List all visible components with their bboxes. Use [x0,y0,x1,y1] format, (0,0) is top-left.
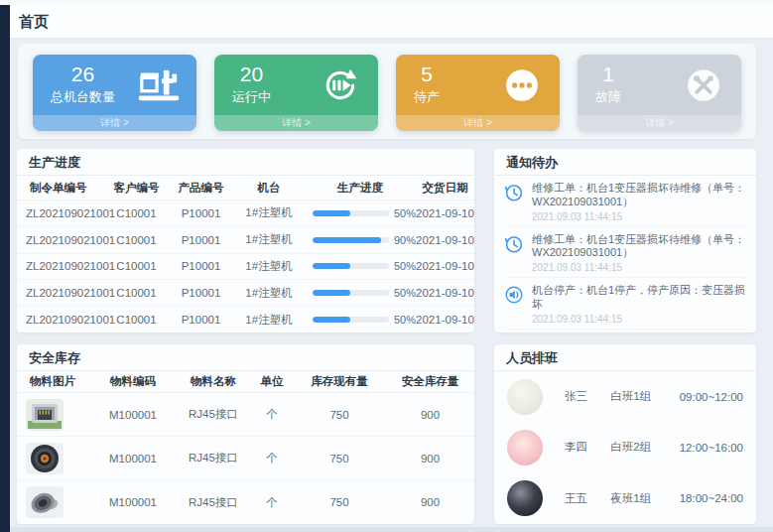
material-image-cell [17,486,90,518]
progress-bar [313,237,389,243]
round-speaker-image [26,443,64,474]
safety-stock-cell: 900 [386,409,474,421]
safety-stock-cell: 900 [386,496,474,508]
schedule-list: 张三白班1组09:00~12:00李四白班2组12:00~16:00王五夜班1组… [494,371,756,524]
worker-name: 王五 [565,491,610,506]
stat-card-running[interactable]: 20运行中详情 > [214,55,378,131]
cone-speaker-image [26,486,64,518]
progress-bar [313,263,389,269]
stat-card-detail-link[interactable]: 详情 > [33,115,196,131]
production-row: ZL202109021001C10001P100011#注塑机50%2021-0… [17,307,474,332]
inventory-panel: 安全库存 物料图片物料编码物料名称单位库存现有量安全库存量 M100001RJ4… [17,344,474,524]
production-panel: 生产进度 制令单编号客户编号产品编号机台生产进度交货日期 ZL202109021… [17,149,474,332]
order-no-cell: ZL202109021001 [17,260,104,272]
progress-bar [313,210,389,216]
fault-icon [682,66,725,104]
stat-card-pending[interactable]: 5待产详情 > [396,55,560,131]
notification-time: 2021.09.03 11:44:15 [532,211,746,222]
notification-body: 机台停产：机台1停产，停产原因：变压器损坏2021.09.03 11:44:15 [532,284,746,325]
progress-percent: 50% [394,314,416,326]
rj45-connector-image [26,399,64,431]
stat-card-label: 总机台数量 [51,88,115,106]
stat-card-detail-link[interactable]: 详情 > [578,115,741,131]
stat-card-value: 5 [414,64,440,85]
stat-card-body: 1故障 [578,55,741,115]
stat-card-total-machines[interactable]: 26总机台数量详情 > [33,55,196,131]
delivery-date-cell: 2021-09-10 [416,234,474,246]
stat-card-value: 1 [595,64,621,85]
order-no-cell: ZL202109021001 [17,207,104,219]
progress-percent: 50% [394,207,416,219]
notifications-list: 维修工单：机台1变压器损坏待维修（单号：WX202109031001）2021.… [494,176,756,332]
machine-cell: 1#注塑机 [233,205,305,220]
notification-item[interactable]: 维修工单：机台1变压器损坏待维修（单号：WX202109031001）2021.… [504,176,746,227]
progress-cell: 90% [305,234,416,246]
notification-item[interactable]: 机台停产：机台1停产，停产原因：变压器损坏2021.09.03 11:44:15 [504,278,746,330]
avatar [507,430,543,466]
product-no-cell: P10001 [169,287,233,299]
notifications-panel-title: 通知待办 [494,149,756,176]
progress-cell: 50% [305,287,416,299]
stat-cards-panel: 26总机台数量详情 >20运行中详情 >5待产详情 >1故障详情 > [18,44,756,139]
unit-cell: 个 [251,495,293,510]
product-no-cell: P10001 [169,260,233,272]
shift-label: 白班1组 [610,389,679,404]
progress-cell: 50% [305,260,416,272]
machine-cell: 1#注塑机 [233,313,305,328]
schedule-row: 李四白班2组12:00~16:00 [494,422,756,472]
notification-item[interactable]: 计划暂停：机台1生产计划已暂停2021.09.03 11:44:15 [504,330,746,333]
production-row: ZL202109021001C10001P100011#注塑机50%2021-0… [17,254,474,281]
inventory-column-header: 物料图片 [17,374,90,389]
shift-time: 12:00~16:00 [680,442,743,454]
production-column-header: 客户编号 [104,181,169,196]
inventory-table-rows: M100001RJ45接口个750900M100001RJ45接口个750900… [17,393,474,524]
waiting-icon [500,66,544,104]
progress-bar [313,317,389,323]
stat-card-fault[interactable]: 1故障详情 > [578,55,741,131]
avatar [507,379,543,415]
shift-label: 夜班1组 [610,491,679,506]
shift-label: 白班2组 [610,440,679,455]
inventory-column-header: 库存现有量 [293,374,386,389]
stat-card-text: 26总机台数量 [51,64,115,105]
inventory-column-header: 安全库存量 [386,374,474,389]
worker-name: 李四 [565,440,610,455]
product-no-cell: P10001 [169,207,233,219]
inventory-table-header: 物料图片物料编码物料名称单位库存现有量安全库存量 [17,371,474,393]
inventory-column-header: 物料编码 [90,374,176,389]
shift-time: 18:00~24:00 [680,492,743,504]
stat-card-text: 1故障 [595,64,621,105]
material-code-cell: M100001 [90,496,176,508]
stat-card-body: 20运行中 [214,55,378,115]
production-column-header: 制令单编号 [17,181,104,196]
stock-cell: 750 [293,453,386,465]
inventory-panel-title: 安全库存 [17,344,474,371]
inventory-row: M100001RJ45接口个750900 [17,393,474,437]
shift-time: 09:00~12:00 [680,391,743,403]
material-name-cell: RJ45接口 [176,451,251,466]
inventory-column-header: 物料名称 [176,374,251,389]
notification-body: 维修工单：机台1变压器损坏待维修（单号：WX202109031001）2021.… [532,233,746,274]
speaker-icon [504,285,524,305]
stat-card-detail-link[interactable]: 详情 > [214,115,378,131]
production-column-header: 生产进度 [305,181,416,196]
schedule-row: 王五夜班1组18:00~24:00 [494,473,756,524]
page-title: 首页 [19,13,49,32]
order-no-cell: ZL202109021001 [17,234,104,246]
production-column-header: 交货日期 [416,181,474,196]
notifications-panel: 通知待办 维修工单：机台1变压器损坏待维修（单号：WX202109031001）… [494,149,756,332]
stat-card-body: 26总机台数量 [33,55,196,115]
stat-card-detail-link[interactable]: 详情 > [396,115,560,131]
customer-no-cell: C10001 [104,314,169,326]
delivery-date-cell: 2021-09-10 [416,314,474,326]
product-no-cell: P10001 [169,234,233,246]
material-name-cell: RJ45接口 [176,495,251,510]
material-name-cell: RJ45接口 [176,407,251,422]
notification-time: 2021.09.03 11:44:15 [532,262,746,273]
clock-icon [504,234,524,254]
material-code-cell: M100001 [90,409,176,421]
notification-item[interactable]: 维修工单：机台1变压器损坏待维修（单号：WX202109031001）2021.… [504,227,746,279]
inventory-column-header: 单位 [251,374,293,389]
production-row: ZL202109021001C10001P100011#注塑机50%2021-0… [17,280,474,307]
progress-bar [313,290,389,296]
